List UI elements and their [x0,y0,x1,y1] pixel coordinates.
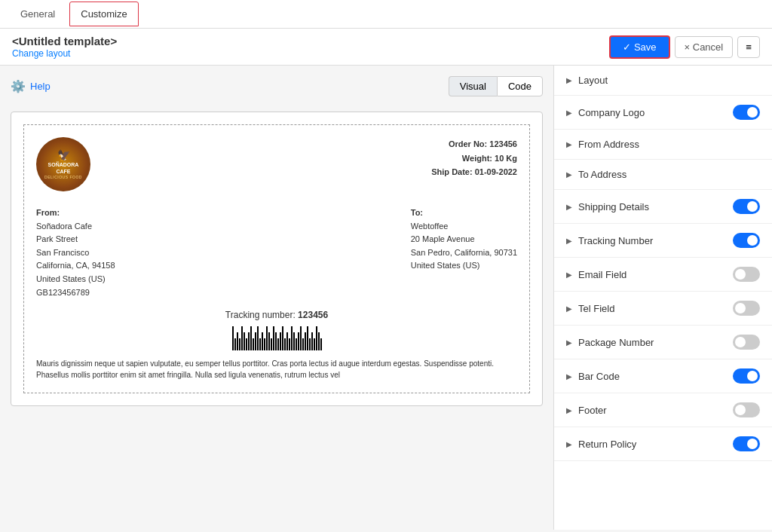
panel-label-email-field: Email Field [578,269,626,280]
panel-label-footer: Footer [578,405,607,416]
toggle-slider-footer [733,402,760,417]
panel-label-layout: Layout [578,75,608,86]
top-tabs: General Customize [0,0,772,29]
toggle-shipping-details[interactable] [733,199,760,214]
left-panel: ⚙️ Help Visual Code 🦅 SOÑADORACAFE DELIC… [0,66,553,530]
panel-label-shipping-details: Shipping Details [578,201,649,212]
panel-row-left-from-address: ▶From Address [566,139,639,150]
chevron-right-icon: ▶ [566,203,572,211]
panel-label-tel-field: Tel Field [578,303,614,314]
menu-button[interactable]: ≡ [737,36,760,58]
panel-row-to-address[interactable]: ▶To Address [554,160,772,190]
panel-row-left-company-logo: ▶Company Logo [566,107,645,118]
label-preview: 🦅 SOÑADORACAFE DELICIOUS FOOD Order No: … [11,112,543,406]
label-addresses: From: Soñadora Cafe Park Street San Fran… [36,206,517,299]
chevron-right-icon: ▶ [566,406,572,414]
help-label: Help [30,81,51,92]
company-logo: 🦅 SOÑADORACAFE DELICIOUS FOOD [36,137,90,191]
panel-label-to-address: To Address [578,169,626,180]
view-visual-button[interactable]: Visual [449,76,497,96]
panel-row-company-logo[interactable]: ▶Company Logo [554,96,772,130]
to-address: To: Webtoffee 20 Maple Avenue San Pedro,… [411,206,517,299]
order-info: Order No: 123456 Weight: 10 Kg Ship Date… [431,137,517,179]
toggle-tel-field[interactable] [733,301,760,316]
chevron-right-icon: ▶ [566,271,572,279]
panel-row-return-policy[interactable]: ▶Return Policy [554,427,772,461]
panel-row-left-bar-code: ▶Bar Code [566,371,620,382]
logo-area: 🦅 SOÑADORACAFE DELICIOUS FOOD [36,137,90,191]
template-title: <Untitled template> [12,35,117,47]
toggle-slider-company-logo [733,105,760,120]
panel-row-left-return-policy: ▶Return Policy [566,439,636,450]
chevron-right-icon: ▶ [566,109,572,117]
toggle-slider-package-number [733,335,760,350]
ship-date: Ship Date: 01-09-2022 [431,165,517,179]
panel-row-left-tracking-number: ▶Tracking Number [566,235,653,246]
panel-row-shipping-details[interactable]: ▶Shipping Details [554,190,772,224]
change-layout-link[interactable]: Change layout [12,48,70,59]
footer-text: Mauris dignissim neque ut sapien vulputa… [36,358,517,381]
label-inner: 🦅 SOÑADORACAFE DELICIOUS FOOD Order No: … [23,124,530,393]
tab-customize[interactable]: Customize [69,2,138,26]
panel-row-layout[interactable]: ▶Layout [554,66,772,96]
toggle-slider-email-field [733,267,760,282]
save-button[interactable]: ✓ Save [609,35,669,59]
panel-row-bar-code[interactable]: ▶Bar Code [554,359,772,393]
panel-label-bar-code: Bar Code [578,371,620,382]
header-left: <Untitled template> Change layout [12,35,117,59]
panel-row-package-number[interactable]: ▶Package Number [554,326,772,359]
toggle-slider-return-policy [733,436,760,451]
panel-row-left-shipping-details: ▶Shipping Details [566,201,649,212]
chevron-right-icon: ▶ [566,440,572,448]
view-toggle: Visual Code [449,76,543,96]
panel-row-left-tel-field: ▶Tel Field [566,303,614,314]
tracking-label: Tracking number: 123456 [36,310,517,320]
chevron-right-icon: ▶ [566,372,572,381]
main-content: ⚙️ Help Visual Code 🦅 SOÑADORACAFE DELIC… [0,66,772,530]
panel-label-package-number: Package Number [578,337,654,348]
panel-row-left-footer: ▶Footer [566,405,607,416]
from-address: From: Soñadora Cafe Park Street San Fran… [36,206,396,299]
right-panel: ▶Layout▶Company Logo▶From Address▶To Add… [553,66,772,530]
toggle-bar-code[interactable] [733,368,760,384]
help-link[interactable]: ⚙️ Help [11,79,51,93]
panel-row-left-to-address: ▶To Address [566,169,626,180]
panel-label-from-address: From Address [578,139,639,150]
tab-general[interactable]: General [9,2,66,26]
weight: Weight: 10 Kg [431,151,517,166]
toggle-slider-shipping-details [733,199,760,214]
toggle-slider-tel-field [733,301,760,316]
panel-label-company-logo: Company Logo [578,107,645,118]
panel-row-from-address[interactable]: ▶From Address [554,130,772,160]
view-code-button[interactable]: Code [497,76,543,96]
order-no: Order No: 123456 [431,137,517,151]
chevron-right-icon: ▶ [566,140,572,148]
panel-row-tracking-number[interactable]: ▶Tracking Number [554,224,772,258]
chevron-right-icon: ▶ [566,338,572,347]
panel-label-return-policy: Return Policy [578,439,636,450]
toggle-footer[interactable] [733,402,760,417]
help-icon: ⚙️ [11,79,26,93]
panel-row-email-field[interactable]: ▶Email Field [554,258,772,292]
chevron-right-icon: ▶ [566,237,572,245]
toggle-email-field[interactable] [733,267,760,282]
toggle-return-policy[interactable] [733,436,760,451]
panel-row-tel-field[interactable]: ▶Tel Field [554,292,772,326]
label-top: 🦅 SOÑADORACAFE DELICIOUS FOOD Order No: … [36,137,517,191]
header-bar: <Untitled template> Change layout ✓ Save… [0,29,772,66]
panel-row-left-layout: ▶Layout [566,75,608,86]
toggle-company-logo[interactable] [733,105,760,120]
chevron-right-icon: ▶ [566,76,572,84]
panel-label-tracking-number: Tracking Number [578,235,653,246]
panel-row-footer[interactable]: ▶Footer [554,393,772,427]
toggle-tracking-number[interactable] [733,233,760,248]
tracking-section: Tracking number: 123456 [36,310,517,350]
panel-row-left-package-number: ▶Package Number [566,337,654,348]
toggle-slider-tracking-number [733,233,760,248]
barcode [36,323,517,350]
toggle-package-number[interactable] [733,335,760,350]
toggle-slider-bar-code [733,368,760,384]
panel-row-left-email-field: ▶Email Field [566,269,626,280]
cancel-button[interactable]: × Cancel [675,36,734,58]
chevron-right-icon: ▶ [566,304,572,313]
